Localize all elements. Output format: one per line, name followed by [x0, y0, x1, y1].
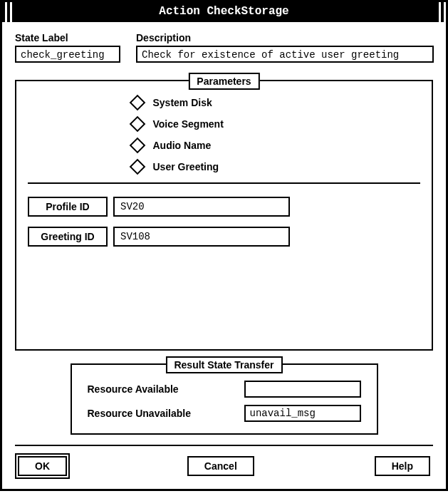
option-user-greeting[interactable]: User Greeting [132, 161, 219, 172]
greeting-id-input[interactable] [113, 227, 290, 247]
option-label: Audio Name [153, 140, 212, 151]
option-audio-name[interactable]: Audio Name [132, 140, 212, 151]
ok-button[interactable]: OK [18, 456, 67, 476]
parameter-option-list: System Disk Voice Segment Audio Name Use… [132, 97, 317, 172]
help-button[interactable]: Help [375, 456, 430, 476]
titlebar[interactable]: Action CheckStorage [2, 2, 446, 22]
option-voice-segment[interactable]: Voice Segment [132, 118, 224, 130]
resource-available-row: Resource Available [88, 381, 361, 398]
button-bar: OK Cancel Help [15, 456, 433, 476]
profile-id-row: Profile ID [28, 197, 420, 217]
option-label: System Disk [153, 97, 212, 108]
state-label-caption: State Label [15, 32, 120, 43]
profile-id-label: Profile ID [28, 197, 108, 217]
diamond-icon [129, 116, 145, 133]
resource-unavailable-row: Resource Unavailable [88, 405, 361, 422]
client-area: State Label check_greeting Description C… [2, 22, 446, 489]
option-label: User Greeting [153, 161, 219, 172]
parameters-legend: Parameters [188, 73, 259, 90]
window-title: Action CheckStorage [159, 5, 288, 18]
description-column: Description Check for existence of activ… [136, 32, 434, 63]
greeting-id-row: Greeting ID [28, 227, 420, 247]
diamond-icon [129, 95, 145, 111]
resource-unavailable-label: Resource Unavailable [88, 408, 192, 419]
profile-id-input[interactable] [113, 197, 290, 217]
diamond-icon [129, 138, 145, 154]
greeting-id-label: Greeting ID [28, 227, 108, 247]
header-row: State Label check_greeting Description C… [15, 32, 433, 63]
resource-available-input[interactable] [244, 381, 361, 398]
description-field[interactable]: Check for existence of active user greet… [136, 46, 434, 63]
state-label-field[interactable]: check_greeting [15, 46, 120, 63]
resource-available-label: Resource Available [88, 383, 179, 395]
diamond-icon [129, 159, 145, 175]
state-label-column: State Label check_greeting [15, 32, 120, 63]
resource-unavailable-input[interactable] [244, 405, 361, 422]
option-label: Voice Segment [153, 118, 224, 130]
result-legend: Result State Transfer [165, 356, 282, 373]
description-caption: Description [136, 32, 434, 43]
parameters-divider [28, 182, 420, 184]
parameter-fields: Profile ID Greeting ID [28, 197, 420, 247]
cancel-button[interactable]: Cancel [187, 456, 254, 476]
dialog-window: Action CheckStorage State Label check_gr… [0, 0, 448, 491]
parameters-group: Parameters System Disk Voice Segment Aud… [15, 80, 433, 351]
button-bar-divider [15, 445, 433, 446]
option-system-disk[interactable]: System Disk [132, 97, 212, 108]
result-state-transfer-group: Result State Transfer Resource Available… [71, 363, 378, 435]
